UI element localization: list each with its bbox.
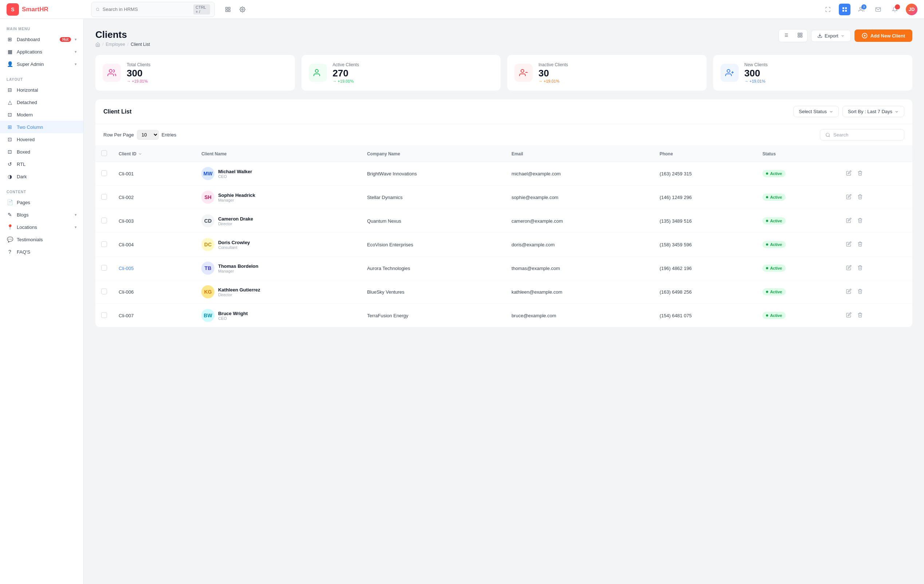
status-dot bbox=[766, 267, 768, 269]
sidebar-item-faqs[interactable]: ? FAQ'S bbox=[0, 246, 83, 258]
delete-button[interactable] bbox=[856, 287, 864, 296]
sidebar-item-boxed[interactable]: ⊡ Boxed bbox=[0, 146, 83, 158]
row-actions bbox=[839, 209, 912, 233]
row-checkbox[interactable] bbox=[101, 241, 107, 247]
row-client-id: Cli-005 bbox=[113, 257, 195, 280]
dark-icon: ◑ bbox=[7, 173, 13, 180]
row-phone: (158) 3459 596 bbox=[654, 233, 757, 257]
logo: S SmartHR bbox=[7, 3, 87, 16]
breadcrumb-current: Client List bbox=[131, 42, 150, 47]
row-status: Active bbox=[757, 162, 839, 186]
status-dot bbox=[766, 243, 768, 246]
chevron-down-icon: ▾ bbox=[74, 212, 77, 217]
sort-by-dropdown[interactable]: Sort By : Last 7 Days bbox=[842, 106, 904, 117]
boxed-icon: ⊡ bbox=[7, 148, 13, 155]
select-status-dropdown[interactable]: Select Status bbox=[793, 106, 839, 117]
edit-button[interactable] bbox=[845, 240, 853, 249]
row-actions bbox=[839, 233, 912, 257]
svg-rect-10 bbox=[845, 10, 847, 12]
row-checkbox-cell bbox=[96, 280, 113, 304]
delete-button[interactable] bbox=[856, 192, 864, 202]
detached-icon: △ bbox=[7, 99, 13, 105]
sidebar-item-applications[interactable]: ▦ Applications ▾ bbox=[0, 46, 83, 58]
add-new-client-button[interactable]: Add New Client bbox=[855, 30, 912, 42]
row-actions bbox=[839, 304, 912, 327]
row-checkbox[interactable] bbox=[101, 265, 107, 271]
sidebar-item-pages[interactable]: 📄 Pages bbox=[0, 196, 83, 209]
main-menu-label: MAIN MENU bbox=[0, 25, 83, 33]
active-clients-value: 270 bbox=[333, 68, 359, 78]
sidebar-item-label: Hovered bbox=[17, 137, 77, 142]
delete-button[interactable] bbox=[856, 263, 864, 273]
sidebar-item-dashboard[interactable]: ⊞ Dashboard Hot ▾ bbox=[0, 33, 83, 46]
notification-bell-icon[interactable] bbox=[889, 3, 901, 15]
global-search[interactable]: CTRL + / bbox=[91, 2, 215, 17]
sidebar-item-horizontal[interactable]: ⊟ Horizontal bbox=[0, 84, 83, 96]
col-client-id[interactable]: Client ID bbox=[113, 146, 195, 162]
delete-button[interactable] bbox=[856, 216, 864, 225]
delete-button[interactable] bbox=[856, 311, 864, 320]
row-checkbox[interactable] bbox=[101, 194, 107, 200]
users-icon[interactable]: 3 bbox=[856, 3, 867, 15]
client-avatar: TB bbox=[201, 262, 214, 275]
sidebar-item-locations[interactable]: 📍 Locations ▾ bbox=[0, 221, 83, 233]
edit-button[interactable] bbox=[845, 287, 853, 296]
edit-button[interactable] bbox=[845, 169, 853, 178]
delete-button[interactable] bbox=[856, 240, 864, 249]
sidebar-item-super-admin[interactable]: 👤 Super Admin ▾ bbox=[0, 58, 83, 70]
row-company: TerraFusion Energy bbox=[361, 304, 506, 327]
table-search[interactable] bbox=[820, 129, 904, 140]
breadcrumb-employee: Employee bbox=[106, 42, 125, 47]
row-checkbox[interactable] bbox=[101, 312, 107, 318]
row-checkbox[interactable] bbox=[101, 217, 107, 224]
sidebar-item-dark[interactable]: ◑ Dark bbox=[0, 170, 83, 183]
sidebar-item-testimonials[interactable]: 💬 Testimonials bbox=[0, 233, 83, 246]
client-avatar: DC bbox=[201, 238, 214, 251]
edit-button[interactable] bbox=[845, 263, 853, 273]
col-client-name: Client Name bbox=[195, 146, 361, 162]
status-badge: Active bbox=[762, 170, 785, 177]
grid-view-button[interactable] bbox=[793, 30, 807, 42]
col-email: Email bbox=[506, 146, 654, 162]
settings-icon[interactable] bbox=[237, 3, 248, 15]
row-checkbox[interactable] bbox=[101, 288, 107, 294]
search-input[interactable] bbox=[103, 7, 190, 12]
select-all-checkbox[interactable] bbox=[101, 150, 107, 156]
notification-badge bbox=[895, 4, 900, 10]
chevron-down-icon: ▾ bbox=[74, 49, 77, 54]
sidebar-item-label: Detached bbox=[17, 100, 77, 105]
row-checkbox[interactable] bbox=[101, 170, 107, 176]
edit-button[interactable] bbox=[845, 311, 853, 320]
row-status: Active bbox=[757, 280, 839, 304]
status-badge: Active bbox=[762, 288, 785, 296]
mail-icon[interactable] bbox=[872, 3, 884, 15]
grid-icon[interactable] bbox=[839, 3, 850, 15]
sidebar-item-blogs[interactable]: ✎ Blogs ▾ bbox=[0, 209, 83, 221]
sidebar-item-hovered[interactable]: ⊡ Hovered bbox=[0, 133, 83, 146]
col-actions bbox=[839, 146, 912, 162]
row-company: BlueSky Ventures bbox=[361, 280, 506, 304]
list-view-button[interactable] bbox=[779, 30, 793, 42]
row-checkbox-cell bbox=[96, 209, 113, 233]
edit-button[interactable] bbox=[845, 192, 853, 202]
sidebar-item-detached[interactable]: △ Detached bbox=[0, 96, 83, 109]
svg-rect-2 bbox=[226, 7, 228, 9]
table-search-input[interactable] bbox=[833, 132, 899, 138]
chevron-down-icon: ▾ bbox=[74, 37, 77, 42]
row-email: thomas@example.com bbox=[506, 257, 654, 280]
panel-title: Client List bbox=[103, 109, 132, 115]
rows-per-page-select[interactable]: 10 25 50 100 bbox=[137, 130, 159, 140]
delete-button[interactable] bbox=[856, 169, 864, 178]
dashboard-hot-badge: Hot bbox=[60, 37, 71, 42]
export-button[interactable]: Export bbox=[811, 30, 851, 42]
apps-icon[interactable] bbox=[222, 3, 234, 15]
sidebar-item-modern[interactable]: ⊡ Modern bbox=[0, 109, 83, 121]
pages-icon: 📄 bbox=[7, 199, 13, 206]
sidebar-item-rtl[interactable]: ↺ RTL bbox=[0, 158, 83, 170]
avatar[interactable]: JD bbox=[906, 3, 917, 15]
sidebar-item-two-column[interactable]: ⊞ Two Column bbox=[0, 121, 83, 133]
edit-button[interactable] bbox=[845, 216, 853, 225]
chevron-down-icon: ▾ bbox=[74, 225, 77, 230]
fullscreen-icon[interactable] bbox=[822, 3, 834, 15]
chevron-down-icon bbox=[894, 110, 899, 114]
